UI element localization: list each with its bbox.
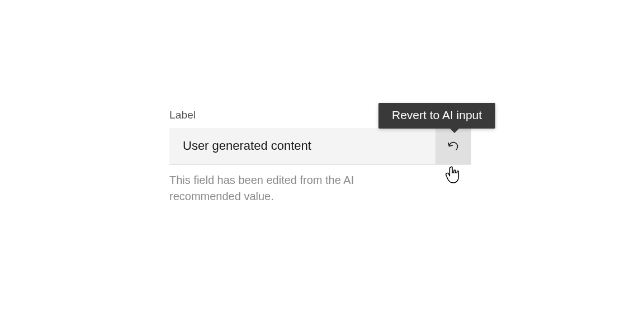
revert-tooltip: Revert to AI input	[378, 103, 495, 129]
input-row: Revert to AI input	[169, 128, 471, 164]
undo-icon	[447, 139, 460, 154]
text-input[interactable]	[169, 128, 435, 164]
revert-to-ai-button[interactable]	[435, 128, 471, 164]
helper-text: This field has been edited from the AI r…	[169, 172, 404, 205]
ai-editable-field: Label Revert to AI input This field has …	[169, 109, 471, 205]
